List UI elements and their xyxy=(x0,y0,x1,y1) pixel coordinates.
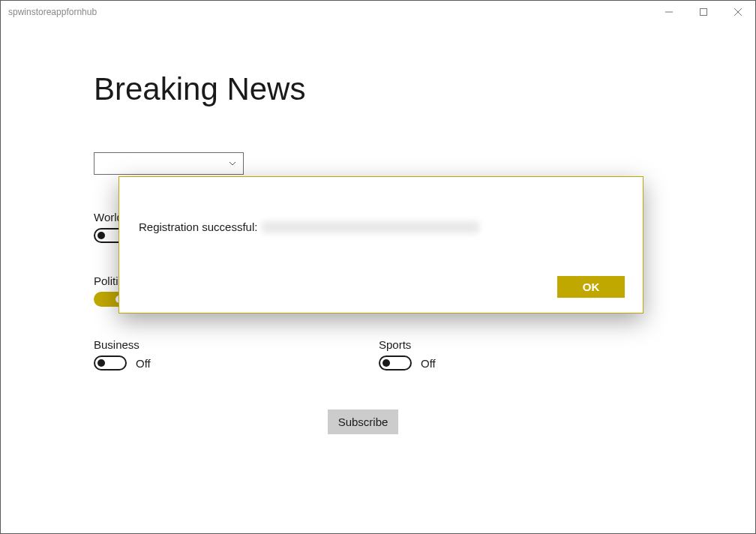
registration-dialog: Registration successful: OK xyxy=(118,176,644,314)
maximize-icon xyxy=(700,8,707,16)
toggle-switch-business[interactable] xyxy=(94,356,127,370)
locale-dropdown[interactable] xyxy=(94,152,244,175)
toggle-state: Off xyxy=(136,357,151,370)
minimize-icon xyxy=(665,8,673,16)
toggle-label: Business xyxy=(94,338,379,351)
toggle-sports: Sports Off xyxy=(379,338,664,370)
ok-button[interactable]: OK xyxy=(557,276,625,298)
toggle-business: Business Off xyxy=(94,338,379,370)
dialog-message: Registration successful: xyxy=(139,220,257,233)
toggle-knob xyxy=(98,359,105,367)
page-title: Breaking News xyxy=(94,71,665,107)
svg-rect-1 xyxy=(700,9,707,16)
toggle-label: Sports xyxy=(379,338,664,351)
toggle-state: Off xyxy=(421,357,436,370)
chevron-down-icon xyxy=(228,159,237,168)
close-button[interactable] xyxy=(721,1,755,23)
toggle-row: Off xyxy=(379,356,664,370)
titlebar: spwinstoreappfornhub xyxy=(1,1,755,23)
subscribe-wrap: Subscribe xyxy=(94,410,632,434)
toggle-knob xyxy=(382,359,390,367)
window-controls xyxy=(652,1,755,23)
toggle-row: Off xyxy=(94,356,379,370)
dialog-redacted-value xyxy=(262,221,479,233)
toggle-knob xyxy=(98,232,105,239)
window-title: spwinstoreappfornhub xyxy=(8,7,652,17)
subscribe-button[interactable]: Subscribe xyxy=(328,410,399,434)
dialog-message-row: Registration successful: xyxy=(139,220,625,233)
minimize-button[interactable] xyxy=(652,1,686,23)
maximize-button[interactable] xyxy=(686,1,721,23)
app-window: spwinstoreappfornhub Breaking News World xyxy=(0,0,756,534)
toggle-switch-sports[interactable] xyxy=(379,356,412,370)
close-icon xyxy=(734,8,742,16)
dialog-buttons: OK xyxy=(139,276,625,298)
